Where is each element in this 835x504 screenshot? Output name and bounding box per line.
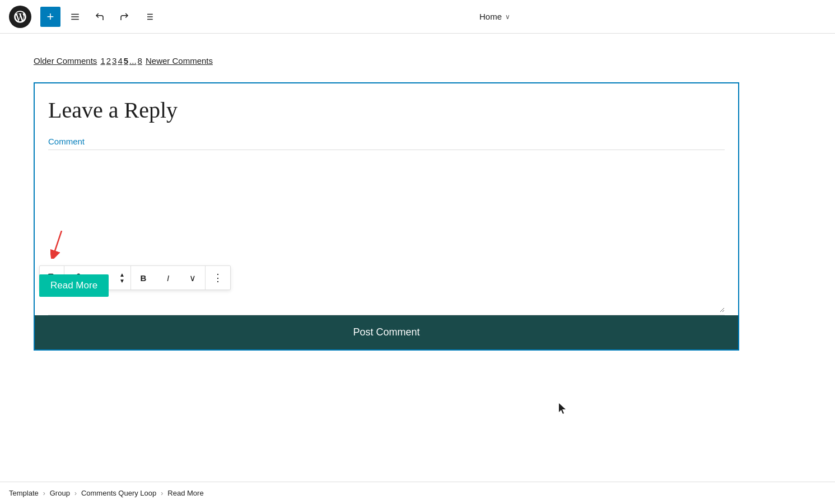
breadcrumb-group[interactable]: Group <box>50 489 70 497</box>
comment-label: Comment <box>48 137 725 146</box>
older-comments-link[interactable]: Older Comments <box>34 56 97 66</box>
main-content: Older Comments 1 2 3 4 5 ... 8 Newer Com… <box>0 34 835 351</box>
newer-comments-link[interactable]: Newer Comments <box>146 56 213 66</box>
breadcrumb-sep-3: › <box>161 489 163 497</box>
breadcrumb-sep-1: › <box>43 489 45 497</box>
reply-block: Leave a Reply Comment Post Comment <box>34 82 739 351</box>
top-bar: + Home ∨ <box>0 0 835 34</box>
tools-button[interactable] <box>65 7 85 27</box>
add-block-button[interactable]: + <box>40 7 60 27</box>
breadcrumb-comments-query-loop[interactable]: Comments Query Loop <box>81 489 156 497</box>
arrow-indicator <box>50 231 73 261</box>
post-comment-button[interactable]: Post Comment <box>35 315 738 349</box>
more-options-button[interactable]: ⋮ <box>206 265 230 290</box>
undo-button[interactable] <box>90 7 110 27</box>
svg-line-13 <box>53 231 62 256</box>
cursor-indicator <box>559 403 568 417</box>
format-group: B I ∨ <box>131 265 206 290</box>
format-dropdown-button[interactable]: ∨ <box>180 265 205 290</box>
details-button[interactable] <box>139 7 159 27</box>
redo-button[interactable] <box>114 7 134 27</box>
home-label: Home <box>479 12 502 21</box>
page-2[interactable]: 2 <box>106 56 111 66</box>
page-5[interactable]: 5 <box>124 56 128 66</box>
wp-logo <box>9 6 31 28</box>
top-bar-center: Home ∨ <box>164 12 826 21</box>
home-chevron: ∨ <box>505 13 510 21</box>
breadcrumb-bar: Template › Group › Comments Query Loop ›… <box>0 482 835 504</box>
reply-title: Leave a Reply <box>48 97 725 123</box>
page-numbers: 1 2 3 4 5 ... 8 <box>100 56 142 66</box>
page-1[interactable]: 1 <box>100 56 105 66</box>
pagination: Older Comments 1 2 3 4 5 ... 8 Newer Com… <box>34 56 801 66</box>
breadcrumb-read-more[interactable]: Read More <box>167 489 203 497</box>
italic-button[interactable]: I <box>156 265 180 290</box>
page-8[interactable]: 8 <box>138 56 142 66</box>
breadcrumb-template[interactable]: Template <box>9 489 39 497</box>
page-3[interactable]: 3 <box>112 56 116 66</box>
breadcrumb-sep-2: › <box>74 489 77 497</box>
page-4[interactable]: 4 <box>118 56 122 66</box>
bold-button[interactable]: B <box>131 265 156 290</box>
page-ellipsis: ... <box>129 56 137 66</box>
comment-textarea-wrapper <box>48 150 725 315</box>
home-nav[interactable]: Home ∨ <box>479 12 510 21</box>
read-more-button[interactable]: Read More <box>39 274 109 297</box>
move-up-down-button[interactable]: ▲ ▼ <box>114 265 130 290</box>
